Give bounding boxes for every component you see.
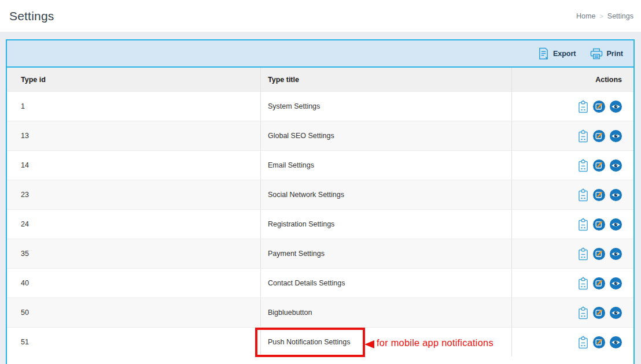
edit-icon xyxy=(593,248,605,260)
cell-actions xyxy=(511,328,633,356)
column-header-actions: Actions xyxy=(511,68,633,91)
edit-button[interactable] xyxy=(593,307,605,319)
view-button[interactable] xyxy=(610,130,622,142)
breadcrumb-current: Settings xyxy=(607,12,633,20)
edit-button[interactable] xyxy=(593,189,605,201)
details-button[interactable] xyxy=(578,159,588,172)
view-eye-icon xyxy=(610,159,622,172)
cell-actions xyxy=(511,180,633,209)
cell-actions xyxy=(511,269,633,298)
view-eye-icon xyxy=(610,218,622,231)
view-button[interactable] xyxy=(610,307,622,319)
edit-button[interactable] xyxy=(593,130,605,142)
edit-button[interactable] xyxy=(593,101,605,113)
table-row: 50 Bigbluebutton xyxy=(7,298,633,327)
cell-type-id: 13 xyxy=(7,121,260,150)
edit-icon xyxy=(593,189,605,201)
cell-type-id: 24 xyxy=(7,210,260,239)
edit-icon xyxy=(593,101,605,113)
view-button[interactable] xyxy=(610,336,622,348)
cell-type-title: Social Network Settings xyxy=(260,180,511,209)
page-title: Settings xyxy=(9,9,54,23)
export-label: Export xyxy=(553,50,576,58)
edit-button[interactable] xyxy=(593,248,605,260)
clipboard-icon xyxy=(578,247,588,261)
breadcrumb-home[interactable]: Home xyxy=(576,12,595,20)
edit-button[interactable] xyxy=(593,218,605,231)
edit-icon xyxy=(593,159,605,172)
column-header-type-title: Type title xyxy=(260,68,511,91)
table-toolbar: Export Print xyxy=(7,40,633,68)
cell-actions xyxy=(511,298,633,327)
clipboard-icon xyxy=(578,100,588,113)
details-button[interactable] xyxy=(578,306,588,320)
cell-type-id: 23 xyxy=(7,180,260,209)
edit-icon xyxy=(593,277,605,289)
topbar: Settings Home > Settings xyxy=(0,0,641,32)
details-button[interactable] xyxy=(578,100,588,113)
edit-icon xyxy=(593,307,605,319)
details-button[interactable] xyxy=(578,277,588,290)
cell-type-title: Registration Settings xyxy=(260,210,511,239)
clipboard-icon xyxy=(578,159,588,172)
cell-type-id: 51 xyxy=(7,328,260,356)
cell-type-title: Contact Details Settings xyxy=(260,269,511,298)
cell-actions xyxy=(511,239,633,268)
view-eye-icon xyxy=(610,248,622,260)
table-body: 1 System Settings xyxy=(7,91,633,356)
table-row: 23 Social Network Settings xyxy=(7,180,633,209)
cell-type-id: 1 xyxy=(7,92,260,121)
view-eye-icon xyxy=(610,101,622,113)
clipboard-icon xyxy=(578,188,588,202)
details-button[interactable] xyxy=(578,129,588,143)
view-button[interactable] xyxy=(610,159,622,172)
cell-type-id: 35 xyxy=(7,239,260,268)
breadcrumb: Home > Settings xyxy=(576,12,633,20)
export-button[interactable]: Export xyxy=(538,47,576,60)
edit-button[interactable] xyxy=(593,277,605,289)
breadcrumb-separator: > xyxy=(599,13,603,20)
view-button[interactable] xyxy=(610,248,622,260)
view-eye-icon xyxy=(610,130,622,142)
column-header-type-id: Type id xyxy=(7,68,260,91)
print-button[interactable]: Print xyxy=(590,48,623,60)
export-document-icon xyxy=(538,47,549,60)
details-button[interactable] xyxy=(578,247,588,261)
details-button[interactable] xyxy=(578,188,588,202)
cell-type-title: Global SEO Settings xyxy=(260,121,511,150)
details-button[interactable] xyxy=(578,218,588,231)
view-button[interactable] xyxy=(610,101,622,113)
view-button[interactable] xyxy=(610,189,622,201)
table-row: 1 System Settings xyxy=(7,91,633,121)
print-label: Print xyxy=(607,50,623,58)
view-eye-icon xyxy=(610,307,622,319)
table-row: 24 Registration Settings xyxy=(7,209,633,239)
edit-button[interactable] xyxy=(593,159,605,172)
print-icon xyxy=(590,48,603,60)
cell-actions xyxy=(511,151,633,180)
table-row: 35 Payment Settings xyxy=(7,239,633,268)
cell-type-title: Bigbluebutton xyxy=(260,298,511,327)
details-button[interactable] xyxy=(578,336,588,349)
view-eye-icon xyxy=(610,277,622,289)
view-eye-icon xyxy=(610,336,622,348)
table-row: 51 Push Notification Settings xyxy=(7,327,633,356)
cell-type-id: 50 xyxy=(7,298,260,327)
edit-button[interactable] xyxy=(593,336,605,348)
edit-icon xyxy=(593,218,605,231)
table-row: 40 Contact Details Settings xyxy=(7,268,633,298)
table-row: 13 Global SEO Settings xyxy=(7,121,633,150)
view-button[interactable] xyxy=(610,277,622,289)
clipboard-icon xyxy=(578,336,588,349)
table-header: Type id Type title Actions xyxy=(7,68,633,91)
cell-type-title: System Settings xyxy=(260,92,511,121)
settings-panel: Export Print Type id Type title Actions … xyxy=(6,39,635,364)
cell-type-title: Payment Settings xyxy=(260,239,511,268)
clipboard-icon xyxy=(578,218,588,231)
cell-type-title: Email Settings xyxy=(260,151,511,180)
cell-actions xyxy=(511,92,633,121)
view-button[interactable] xyxy=(610,218,622,231)
cell-actions xyxy=(511,121,633,150)
clipboard-icon xyxy=(578,306,588,320)
cell-type-id: 14 xyxy=(7,151,260,180)
